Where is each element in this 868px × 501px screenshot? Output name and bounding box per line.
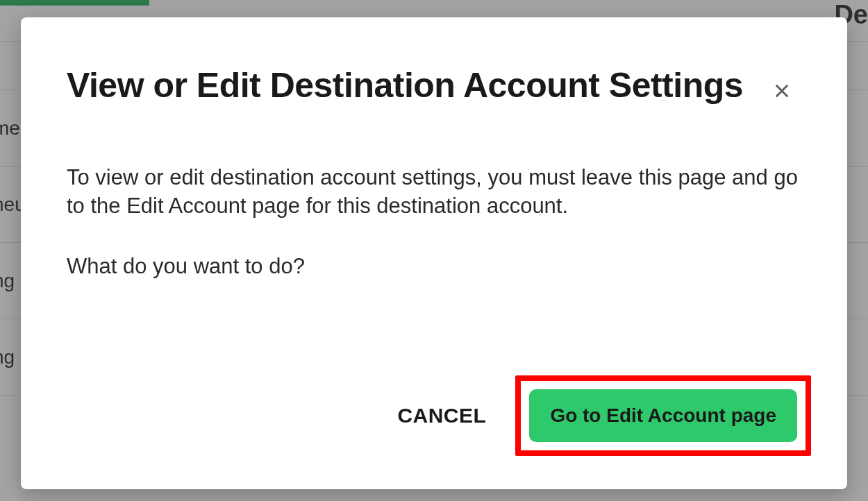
- modal-title: View or Edit Destination Account Setting…: [67, 66, 801, 106]
- cancel-button[interactable]: CANCEL: [392, 390, 492, 441]
- modal-body-question: What do you want to do?: [67, 252, 801, 281]
- modal-dialog: View or Edit Destination Account Setting…: [21, 17, 847, 489]
- close-button[interactable]: [771, 80, 793, 102]
- close-icon: [772, 81, 792, 101]
- go-to-edit-account-button[interactable]: Go to Edit Account page: [529, 389, 797, 442]
- modal-body: To view or edit destination account sett…: [67, 163, 801, 282]
- modal-actions: CANCEL Go to Edit Account page: [392, 375, 811, 456]
- annotation-highlight: Go to Edit Account page: [515, 375, 811, 456]
- modal-body-paragraph: To view or edit destination account sett…: [67, 163, 801, 221]
